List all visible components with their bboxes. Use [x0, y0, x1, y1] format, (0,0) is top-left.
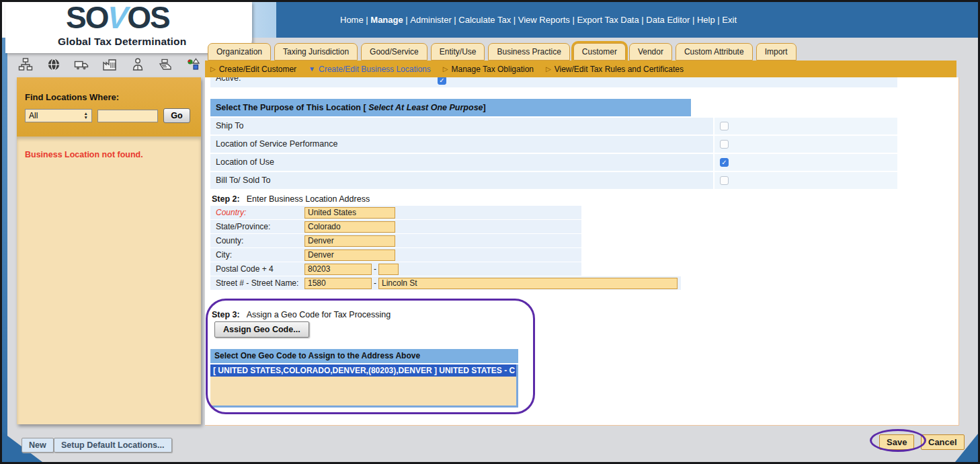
dash-separator: -	[374, 278, 376, 288]
nav-item-export-tax-data[interactable]: Export Tax Data	[577, 15, 639, 25]
purpose-checkbox-cell	[714, 118, 897, 134]
tab-vendor[interactable]: Vendor	[629, 43, 672, 61]
address-row: Postal Code + 480203-	[210, 262, 581, 276]
breadcrumb-item-create-edit-customer[interactable]: ▷Create/Edit Customer	[210, 65, 296, 74]
purpose-checkbox[interactable]: ✓	[720, 158, 729, 167]
truck-icon[interactable]	[74, 57, 89, 72]
nav-item-view-reports[interactable]: View Reports	[518, 15, 570, 25]
address-label: Street # - Street Name:	[210, 278, 304, 288]
tab-organization[interactable]: Organization	[208, 43, 271, 61]
breadcrumb: ▷Create/Edit Customer▼Create/Edit Busine…	[205, 61, 956, 77]
register-icon[interactable]	[158, 57, 173, 72]
step2-heading: Step 2:Enter Business Location Address	[212, 194, 370, 204]
tab-good-service[interactable]: Good/Service	[361, 43, 427, 61]
tab-business-practice[interactable]: Business Practice	[488, 43, 569, 61]
breadcrumb-item-manage-tax-obligation[interactable]: ▷Manage Tax Obligation	[443, 65, 534, 74]
address-input[interactable]: United States	[304, 207, 395, 219]
select-spinner-icon: ▲▼	[84, 112, 88, 120]
sidebar-results-panel: Business Location not found.	[17, 137, 201, 424]
address-row: County:Denver	[210, 234, 581, 247]
assign-geo-code-button[interactable]: Assign Geo Code...	[214, 321, 309, 338]
address-label: City:	[210, 250, 304, 260]
nav-separator: |	[690, 15, 697, 25]
geo-code-option[interactable]: [ UNITED STATES,COLORADO,DENVER,(80203),…	[210, 364, 518, 377]
nav-separator: |	[715, 15, 723, 25]
nav-item-exit[interactable]: Exit	[722, 15, 737, 25]
nav-item-calculate-tax[interactable]: Calculate Tax	[458, 15, 511, 25]
tab-bar: OrganizationTaxing JurisdictionGood/Serv…	[208, 43, 797, 61]
search-input[interactable]	[97, 110, 158, 122]
shapes-icon[interactable]	[186, 57, 201, 72]
purpose-label: Ship To	[210, 118, 713, 134]
top-nav-bar: Home | Manage | Administer | Calculate T…	[276, 2, 978, 38]
product-tagline: Global Tax Determination	[58, 36, 186, 48]
nav-item-help[interactable]: Help	[697, 15, 715, 25]
tab-custom-attribute[interactable]: Custom Attribute	[676, 43, 753, 61]
nav-separator: |	[452, 15, 459, 25]
address-input[interactable]: Denver	[304, 249, 395, 261]
new-button[interactable]: New	[22, 438, 54, 453]
breadcrumb-item-view-edit-tax-rules-and-certificates[interactable]: ▷View/Edit Tax Rules and Certificates	[546, 65, 684, 74]
address-rows: Country:United StatesState/Province:Colo…	[210, 206, 681, 291]
nav-item-data-editor[interactable]: Data Editor	[646, 15, 690, 25]
person-icon[interactable]	[130, 57, 145, 72]
tab-taxing-jurisdiction[interactable]: Taxing Jurisdiction	[274, 43, 358, 61]
address-input[interactable]: Lincoln St	[378, 278, 678, 289]
nav-separator: |	[364, 15, 371, 25]
purpose-checkbox[interactable]	[720, 176, 729, 185]
nav-separator: |	[639, 15, 647, 25]
tab-entity-use[interactable]: Entity/Use	[431, 43, 485, 61]
purpose-checkbox[interactable]	[720, 140, 729, 149]
tab-import[interactable]: Import	[756, 43, 797, 61]
save-button[interactable]: Save	[879, 434, 914, 450]
tab-customer[interactable]: Customer	[573, 43, 626, 61]
nav-item-administer[interactable]: Administer	[410, 15, 451, 25]
active-checkbox-wrap: ✓	[438, 77, 446, 85]
step-arrow-icon: ▷	[443, 65, 448, 73]
nav-separator: |	[511, 15, 518, 25]
address-input[interactable]: 80203	[304, 264, 372, 275]
address-label: Country:	[210, 208, 304, 217]
toolbar	[18, 57, 201, 72]
breadcrumb-item-create-edit-business-locations[interactable]: ▼Create/Edit Business Locations	[309, 65, 431, 74]
address-input[interactable]: Denver	[304, 235, 395, 247]
nav-separator: |	[403, 15, 411, 25]
address-row: City:Denver	[210, 248, 581, 262]
address-input[interactable]	[378, 264, 399, 275]
breadcrumb-label: Create/Edit Business Locations	[319, 65, 431, 74]
geo-list-vertical-scrollbar[interactable]	[516, 364, 518, 408]
step-arrow-icon: ▷	[546, 65, 551, 73]
address-input[interactable]: 1580	[304, 278, 372, 289]
step3-heading: Step 3:Assign a Geo Code for Tax Process…	[212, 310, 391, 319]
location-filter-select[interactable]: All ▲▼	[25, 109, 92, 122]
setup-default-locations-button[interactable]: Setup Default Locations...	[54, 438, 172, 453]
breadcrumb-label: View/Edit Tax Rules and Certificates	[555, 65, 684, 74]
purpose-label: Location of Service Performance	[210, 136, 713, 153]
filter-selected-value: All	[29, 111, 38, 120]
go-button[interactable]: Go	[163, 108, 190, 123]
nav-item-home[interactable]: Home	[340, 15, 364, 25]
active-checkbox[interactable]: ✓	[438, 77, 446, 85]
address-input[interactable]: Colorado	[304, 221, 395, 233]
brand-wordmark: SOVOS	[66, 2, 169, 36]
cancel-button[interactable]: Cancel	[921, 434, 965, 450]
factory-icon[interactable]	[102, 57, 117, 72]
purpose-row: Ship To	[210, 118, 897, 134]
window-body: Home | Manage | Administer | Calculate T…	[2, 2, 978, 462]
purpose-table-header: Select The Purpose of This Location [ Se…	[210, 99, 691, 116]
purpose-checkbox[interactable]	[720, 122, 729, 130]
app-window: Home | Manage | Administer | Calculate T…	[0, 0, 980, 464]
step-arrow-icon: ▷	[210, 65, 216, 73]
purpose-label: Location of Use	[210, 154, 713, 171]
purpose-row: Location of Use✓	[210, 154, 897, 171]
geo-list-header: Select One Geo Code to Assign to the Add…	[210, 349, 518, 363]
geo-list-horizontal-scrollbar[interactable]	[210, 405, 518, 408]
window-frame-left	[2, 38, 7, 462]
nav-item-manage[interactable]: Manage	[370, 15, 403, 25]
org-hierarchy-icon[interactable]	[18, 57, 33, 72]
nav-separator: |	[570, 15, 577, 25]
purpose-checkbox-cell	[714, 172, 897, 189]
globe-icon[interactable]	[46, 57, 61, 72]
geo-list[interactable]: [ UNITED STATES,COLORADO,DENVER,(80203),…	[210, 364, 518, 408]
address-label: Postal Code + 4	[210, 264, 304, 274]
